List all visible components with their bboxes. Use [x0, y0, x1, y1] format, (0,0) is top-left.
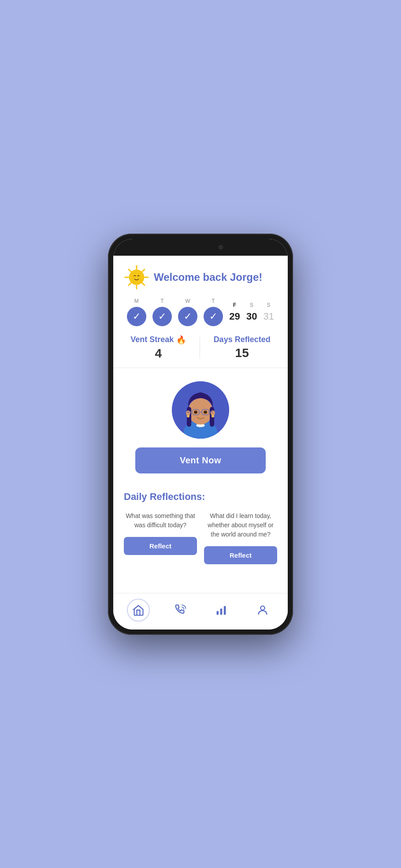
svg-rect-29: [220, 608, 223, 615]
check-circle-tue: ✓: [152, 307, 172, 326]
avatar-section: Vent Now: [113, 368, 288, 482]
svg-line-5: [129, 269, 131, 272]
day-label-sat: S: [250, 302, 254, 308]
reflected-value: 15: [214, 346, 271, 360]
reflect-button-1[interactable]: Reflect: [124, 537, 197, 555]
day-label-fri: F: [233, 302, 237, 308]
reflection-question-2: What did I learn today, whether about my…: [204, 511, 277, 539]
avatar-svg: [172, 381, 229, 439]
home-icon: [132, 604, 145, 616]
nav-item-phone[interactable]: [168, 599, 191, 622]
svg-line-6: [142, 283, 145, 285]
streak-label: Vent Streak 🔥: [130, 335, 186, 345]
day-label-wed: W: [185, 298, 190, 304]
reflections-section: Daily Reflections: What was something th…: [113, 482, 288, 593]
fire-icon: 🔥: [176, 335, 186, 345]
reflections-grid: What was something that was difficult to…: [124, 511, 277, 564]
day-col-sun: S 31: [263, 302, 274, 322]
day-label-mon: M: [134, 298, 139, 304]
bottom-nav: [113, 593, 288, 630]
nav-item-profile[interactable]: [251, 599, 274, 622]
notch-camera: [219, 245, 223, 250]
svg-point-20: [212, 415, 214, 417]
day-number-fri: 29: [229, 311, 240, 322]
welcome-row: Welcome back Jorge!: [124, 264, 277, 290]
nav-home-wrap: [127, 599, 150, 622]
day-col-sat: S 30: [246, 302, 257, 322]
svg-point-9: [129, 270, 144, 285]
streak-value: 4: [130, 346, 186, 361]
sun-icon: [124, 264, 149, 290]
avatar-container: [172, 381, 229, 439]
header-section: Welcome back Jorge! M ✓ T: [113, 256, 288, 368]
check-circle-mon: ✓: [127, 307, 146, 326]
streak-stat: Vent Streak 🔥 4: [130, 335, 186, 361]
notch-bar: [113, 239, 288, 256]
day-col-mon: M ✓: [127, 298, 146, 326]
welcome-text: Welcome back Jorge!: [154, 271, 262, 283]
nav-item-home[interactable]: [127, 599, 150, 622]
reflected-label: Days Reflected: [214, 335, 271, 344]
phone-icon: [174, 604, 186, 616]
nav-profile-wrap: [251, 599, 274, 622]
check-circle-wed: ✓: [178, 307, 197, 326]
svg-point-26: [194, 410, 197, 414]
check-circle-thu: ✓: [204, 307, 223, 326]
svg-point-27: [204, 410, 207, 414]
day-number-sat: 30: [246, 311, 257, 322]
day-label-sun: S: [267, 302, 271, 308]
svg-point-31: [260, 606, 264, 610]
svg-rect-28: [217, 611, 219, 615]
svg-rect-30: [224, 606, 226, 615]
day-col-wed: W ✓: [178, 298, 197, 326]
svg-line-8: [129, 283, 131, 285]
reflection-card-1: What was something that was difficult to…: [124, 511, 197, 564]
nav-stats-wrap: [210, 599, 233, 622]
day-number-sun: 31: [263, 311, 274, 322]
user-icon: [256, 604, 269, 616]
screen-content: Welcome back Jorge! M ✓ T: [113, 256, 288, 630]
phone-screen: Welcome back Jorge! M ✓ T: [113, 239, 288, 630]
stats-row: Vent Streak 🔥 4 Days Reflected 15: [124, 335, 277, 361]
day-col-fri: F 29: [229, 302, 240, 322]
reflect-button-2[interactable]: Reflect: [204, 546, 277, 564]
svg-point-19: [187, 415, 189, 417]
day-label-thu: T: [212, 298, 215, 304]
reflections-title: Daily Reflections:: [124, 491, 277, 503]
notch: [172, 242, 229, 253]
reflection-question-1: What was something that was difficult to…: [124, 511, 197, 530]
day-col-thu: T ✓: [204, 298, 223, 326]
day-col-tue: T ✓: [152, 298, 172, 326]
reflection-card-2: What did I learn today, whether about my…: [204, 511, 277, 564]
stats-divider: [200, 337, 200, 359]
calendar-row: M ✓ T ✓ W: [124, 298, 277, 326]
chart-icon: [215, 604, 227, 616]
svg-line-7: [142, 269, 145, 272]
reflected-stat: Days Reflected 15: [214, 335, 271, 360]
nav-phone-wrap: [168, 599, 191, 622]
nav-item-stats[interactable]: [210, 599, 233, 622]
vent-now-button[interactable]: Vent Now: [135, 447, 266, 473]
phone-frame: Welcome back Jorge! M ✓ T: [108, 234, 293, 635]
day-label-tue: T: [160, 298, 164, 304]
